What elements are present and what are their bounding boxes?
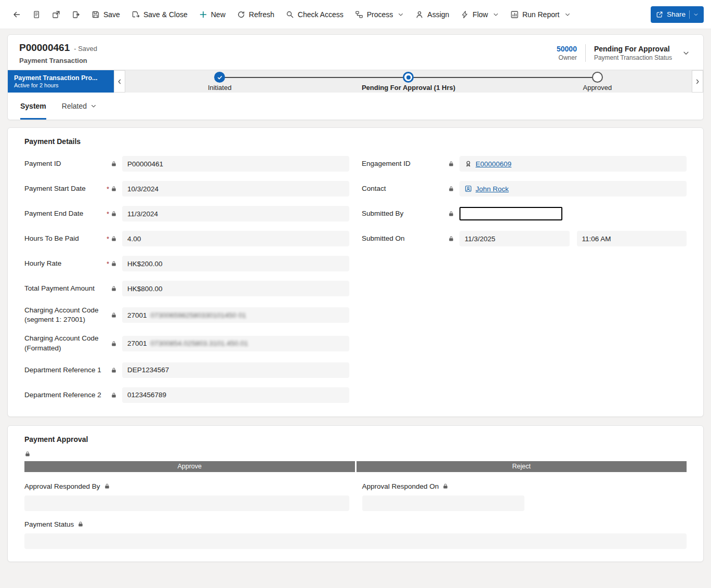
flow-button[interactable]: Flow (455, 5, 504, 24)
tab-related[interactable]: Related (62, 93, 97, 120)
header-expand-chevron-icon[interactable] (680, 47, 692, 59)
field-label: Hourly Rate (24, 259, 106, 268)
hourly-rate-input[interactable]: HK$200.00 (122, 256, 349, 271)
payment-start-date-input[interactable]: 10/3/2024 (122, 181, 349, 197)
payment-id-input[interactable]: P00000461 (122, 156, 349, 172)
approval-responded-on-input[interactable] (362, 495, 524, 511)
department-reference-2-input[interactable]: 0123456789 (122, 387, 349, 403)
stage-completed-icon (214, 72, 225, 83)
share-button[interactable]: Share (651, 6, 704, 23)
popout-button[interactable] (47, 5, 65, 24)
run-report-button[interactable]: Run Report (505, 5, 576, 24)
field-row-contact: Contact John Rock (362, 181, 687, 197)
process-label: Process (367, 10, 393, 19)
stage-upcoming-icon (592, 72, 603, 83)
chevron-down-icon (398, 11, 404, 18)
save-close-button[interactable]: Save & Close (126, 5, 193, 24)
new-label: New (211, 10, 226, 19)
field-value: 10/3/2024 (127, 185, 159, 193)
field-row-submitted-on: Submitted On 11/3/2025 11:06 AM (362, 231, 687, 246)
contact-link[interactable]: John Rock (476, 185, 509, 193)
refresh-button[interactable]: Refresh (232, 5, 280, 24)
tab-label: System (20, 102, 46, 110)
report-icon (510, 10, 519, 19)
bpf-stage-pending-for-approval[interactable]: Pending For Approval (1 Hrs) (314, 70, 503, 93)
run-report-label: Run Report (522, 10, 560, 19)
stage-label: Approved (583, 84, 612, 92)
field-label: Department Reference 2 (24, 390, 111, 400)
field-value: DEP1234567 (127, 366, 169, 374)
lock-icon (111, 236, 117, 242)
new-button[interactable]: New (194, 5, 231, 24)
bpf-stage-approved[interactable]: Approved (503, 70, 692, 93)
required-asterisk: * (107, 235, 109, 243)
field-value-blurred: 0730065982580330101450 01 (151, 311, 246, 319)
bpf-scroll-right-button[interactable] (692, 70, 703, 93)
lock-icon (111, 392, 117, 398)
lock-icon (111, 312, 117, 318)
field-row-submitted-by: Submitted By (362, 206, 687, 221)
back-icon (12, 10, 21, 19)
form-selector-button[interactable] (27, 5, 46, 24)
command-bar: Save Save & Close New Refresh Check Acce… (0, 0, 711, 29)
field-label: Department Reference 1 (24, 365, 111, 375)
record-set-button[interactable] (67, 5, 85, 24)
owner-field[interactable]: 50000 Owner (557, 45, 577, 61)
field-label: Total Payment Amount (24, 284, 111, 293)
payment-status-input[interactable] (24, 533, 687, 549)
approval-responded-by-input[interactable] (24, 495, 349, 511)
department-reference-1-input[interactable]: DEP1234567 (122, 362, 349, 378)
bpf-stage-initiated[interactable]: Initiated (125, 70, 314, 93)
field-label: Payment ID (24, 159, 111, 168)
bpf-track: Initiated Pending For Approval (1 Hrs) A… (125, 70, 692, 93)
bpf-scroll-left-button[interactable] (114, 70, 125, 93)
owner-value: 50000 (557, 45, 577, 53)
assign-button[interactable]: Assign (410, 5, 454, 24)
engagement-id-link[interactable]: E00000609 (476, 160, 511, 168)
contact-lookup[interactable]: John Rock (459, 181, 687, 197)
save-button[interactable]: Save (86, 5, 125, 24)
record-header: P00000461 - Saved Payment Transaction 50… (8, 35, 703, 70)
field-row-charging-account-code-formatted: Charging Account Code (Formatted) 27001 … (24, 334, 349, 352)
assign-label: Assign (427, 10, 449, 19)
field-label: Submitted On (362, 234, 448, 243)
payment-end-date-input[interactable]: 11/3/2024 (122, 206, 349, 221)
save-icon (91, 10, 100, 19)
lock-icon (24, 451, 693, 457)
field-value: 11/3/2025 (465, 235, 495, 243)
refresh-icon (237, 10, 245, 19)
field-value: 11:06 AM (582, 235, 611, 243)
field-value: 0123456789 (127, 391, 166, 399)
field-value: 27001 (127, 339, 147, 347)
bpf-active-stage-box[interactable]: Payment Transaction Pro... Active for 2 … (8, 70, 114, 93)
submitted-by-input-redacted[interactable] (459, 207, 562, 220)
charging-account-code-formatted-input[interactable]: 27001 07300854.025803.3101.450.01 (122, 336, 349, 351)
submitted-on-date-input[interactable]: 11/3/2025 (459, 231, 570, 246)
lock-icon (111, 341, 117, 347)
hours-to-be-paid-input[interactable]: 4.00 (122, 231, 349, 246)
share-icon (656, 11, 663, 18)
total-payment-amount-input[interactable]: HK$800.00 (122, 281, 349, 296)
charging-account-code-segment-input[interactable]: 27001 0730065982580330101450 01 (122, 307, 349, 323)
approve-button[interactable]: Approve (24, 461, 355, 472)
field-value: 4.00 (127, 235, 141, 243)
reject-button[interactable]: Reject (357, 461, 687, 472)
bpf-process-name: Payment Transaction Pro... (14, 74, 108, 82)
submitted-on-time-input[interactable]: 11:06 AM (577, 231, 687, 246)
business-process-flow: Payment Transaction Pro... Active for 2 … (8, 70, 703, 93)
back-button[interactable] (7, 5, 26, 24)
lock-icon (111, 161, 117, 167)
lock-icon (442, 483, 449, 489)
popout-icon (52, 10, 60, 19)
check-access-button[interactable]: Check Access (281, 5, 349, 24)
save-close-label: Save & Close (143, 10, 188, 19)
field-row-department-reference-1: Department Reference 1 DEP1234567 (24, 362, 349, 378)
approval-responded-on-field: Approval Responded On (362, 482, 687, 511)
engagement-id-lookup[interactable]: E00000609 (459, 156, 687, 172)
payment-approval-section: Payment Approval Approve Reject Approval… (7, 425, 704, 562)
status-field[interactable]: Pending For Approval Payment Transaction… (594, 45, 672, 61)
chevron-down-icon (564, 11, 571, 18)
process-button[interactable]: Process (350, 5, 410, 24)
tab-system[interactable]: System (20, 93, 46, 120)
contact-person-icon (465, 185, 472, 192)
